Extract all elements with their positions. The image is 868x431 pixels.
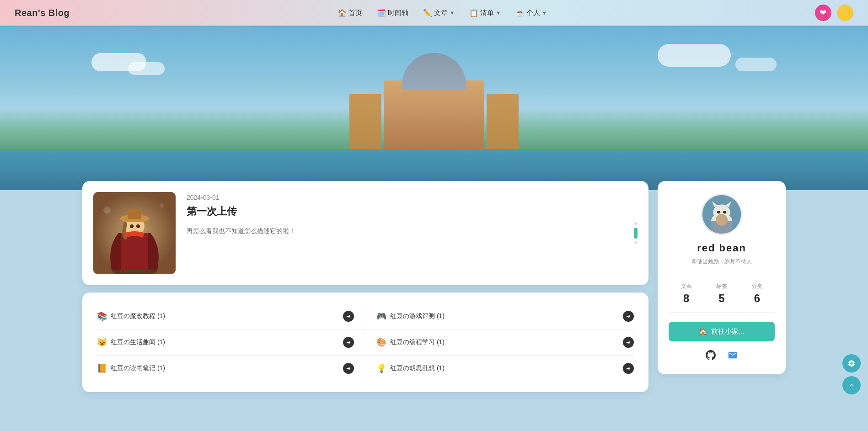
nav-timeline[interactable]: 🗓️ 时间轴 xyxy=(371,6,414,20)
category-label-5: 红豆の胡思乱想 (1) xyxy=(390,364,445,372)
svg-point-8 xyxy=(103,207,111,214)
category-arrow-3[interactable]: ➜ xyxy=(623,337,634,348)
category-label-4: 红豆の读书笔记 (1) xyxy=(111,364,165,372)
category-left-2: 🐱 红豆の生活趣闻 (1) xyxy=(97,337,165,347)
category-item-2[interactable]: 🐱 红豆の生活趣闻 (1) ➜ xyxy=(97,330,365,356)
list-icon: 📋 xyxy=(469,9,478,17)
category-label-2: 红豆の生活趣闻 (1) xyxy=(111,338,165,346)
hero-banner xyxy=(0,26,868,190)
category-item-4[interactable]: 📙 红豆の读书笔记 (1) ➜ xyxy=(97,356,365,381)
category-grid: 📚 红豆の魔改教程 (1) ➜ 🎮 红豆の游戏评测 (1) ➜ 🐱 红 xyxy=(97,303,634,381)
svg-point-6 xyxy=(130,224,134,228)
stat-articles-value: 8 xyxy=(681,292,692,305)
nav-articles[interactable]: ✏️ 文章 ▼ xyxy=(418,6,460,20)
navbar-actions: ❤ 🌙 xyxy=(815,5,853,21)
left-panel: 2024-03-01 第一次上传 再怎么看我也不知道怎么描述它的啦！ 📚 红豆の… xyxy=(82,181,648,392)
profile-motto: 即使当勉励，岁月不待人 xyxy=(669,258,775,266)
category-arrow-2[interactable]: ➜ xyxy=(343,337,354,348)
castle-tower-right xyxy=(487,94,519,154)
articles-icon: ✏️ xyxy=(423,9,432,17)
category-item-3[interactable]: 🎨 红豆の编程学习 (1) ➜ xyxy=(365,330,634,356)
navbar: Rean's Blog 🏠 首页 🗓️ 时间轴 ✏️ 文章 ▼ 📋 清单 ▼ ☕… xyxy=(0,0,868,26)
list-arrow: ▼ xyxy=(496,10,501,16)
category-left-4: 📙 红豆の读书笔记 (1) xyxy=(97,363,165,373)
moon-button[interactable]: 🌙 xyxy=(837,5,853,21)
nav-home[interactable]: 🏠 首页 xyxy=(332,6,368,20)
category-arrow-0[interactable]: ➜ xyxy=(343,311,354,322)
cloud-4 xyxy=(735,58,777,71)
category-icon-5: 💡 xyxy=(376,363,386,373)
stat-articles-label: 文章 xyxy=(681,282,692,290)
scroll-up-button[interactable] xyxy=(842,376,861,394)
category-label-1: 红豆の游戏评测 (1) xyxy=(390,312,445,320)
profile-stats: 文章 8 标签 5 分类 6 xyxy=(669,275,775,313)
svg-point-15 xyxy=(717,211,720,214)
stat-tags-label: 标签 xyxy=(716,282,727,290)
profile-card: red bean 即使当勉励，岁月不待人 文章 8 标签 5 分类 6 🏠 前往 xyxy=(658,181,786,374)
profile-social xyxy=(669,349,775,362)
cloud-2 xyxy=(128,62,165,75)
right-panel: red bean 即使当勉励，岁月不待人 文章 8 标签 5 分类 6 🏠 前往 xyxy=(658,181,786,392)
timeline-icon: 🗓️ xyxy=(377,9,386,17)
slide-dot-1 xyxy=(634,222,637,225)
category-left-5: 💡 红豆の胡思乱想 (1) xyxy=(376,363,445,373)
category-icon-2: 🐱 xyxy=(97,337,107,347)
avatar-image xyxy=(702,194,741,235)
svg-point-16 xyxy=(723,211,726,214)
category-icon-0: 📚 xyxy=(97,311,107,321)
slide-dot-3 xyxy=(634,241,637,244)
slide-indicator xyxy=(634,222,638,244)
home-icon: 🏠 xyxy=(338,9,347,17)
featured-description: 再怎么看我也不知道怎么描述它的啦！ xyxy=(187,226,638,236)
stat-tags: 标签 5 xyxy=(716,282,727,305)
personal-arrow: ▼ xyxy=(542,10,547,16)
nav-home-label: 首页 xyxy=(348,9,362,17)
goto-button[interactable]: 🏠 前往小家... xyxy=(669,322,775,341)
goto-label: 前往小家... xyxy=(711,327,745,336)
email-icon[interactable] xyxy=(726,349,739,362)
category-item-0[interactable]: 📚 红豆の魔改教程 (1) ➜ xyxy=(97,303,365,330)
category-arrow-4[interactable]: ➜ xyxy=(343,363,354,374)
category-label-3: 红豆の编程学习 (1) xyxy=(390,338,445,346)
svg-point-9 xyxy=(160,203,164,208)
stat-tags-value: 5 xyxy=(716,292,727,305)
nav-list[interactable]: 📋 清单 ▼ xyxy=(464,6,506,20)
heart-button[interactable]: ❤ xyxy=(815,5,831,21)
category-card: 📚 红豆の魔改教程 (1) ➜ 🎮 红豆の游戏评测 (1) ➜ 🐱 红 xyxy=(82,293,648,392)
category-item-1[interactable]: 🎮 红豆の游戏评测 (1) ➜ xyxy=(365,303,634,330)
articles-arrow: ▼ xyxy=(450,10,455,16)
profile-name: red bean xyxy=(669,242,775,254)
side-buttons xyxy=(842,354,861,394)
nav-personal[interactable]: ☕ 个人 ▼ xyxy=(510,6,552,20)
settings-button[interactable] xyxy=(842,354,861,372)
category-arrow-1[interactable]: ➜ xyxy=(623,311,634,322)
svg-point-7 xyxy=(136,224,140,228)
slide-dot-2 xyxy=(634,228,638,239)
nav-timeline-label: 时间轴 xyxy=(388,9,408,17)
stat-articles: 文章 8 xyxy=(681,282,692,305)
nav-list-label: 清单 xyxy=(480,9,494,17)
castle-decoration xyxy=(343,53,525,154)
cloud-3 xyxy=(658,44,731,67)
category-icon-1: 🎮 xyxy=(376,311,386,321)
category-label-0: 红豆の魔改教程 (1) xyxy=(111,312,165,320)
category-left-0: 📚 红豆の魔改教程 (1) xyxy=(97,311,165,321)
stat-categories-label: 分类 xyxy=(751,282,762,290)
castle-main-body xyxy=(384,80,484,154)
featured-title: 第一次上传 xyxy=(187,205,638,218)
goto-icon: 🏠 xyxy=(699,328,707,336)
svg-rect-5 xyxy=(128,209,141,219)
category-left-1: 🎮 红豆の游戏评测 (1) xyxy=(376,311,445,321)
avatar xyxy=(701,194,742,235)
category-left-3: 🎨 红豆の编程学习 (1) xyxy=(376,337,445,347)
castle-tower-left xyxy=(349,94,381,154)
category-arrow-5[interactable]: ➜ xyxy=(623,363,634,374)
nav-articles-label: 文章 xyxy=(434,9,448,17)
category-item-5[interactable]: 💡 红豆の胡思乱想 (1) ➜ xyxy=(365,356,634,381)
nav-personal-label: 个人 xyxy=(526,9,540,17)
github-icon[interactable] xyxy=(704,349,717,362)
personal-icon: ☕ xyxy=(515,9,525,17)
featured-article-content: 2024-03-01 第一次上传 再怎么看我也不知道怎么描述它的啦！ xyxy=(187,192,638,236)
category-icon-4: 📙 xyxy=(97,363,107,373)
main-content: 2024-03-01 第一次上传 再怎么看我也不知道怎么描述它的啦！ 📚 红豆の… xyxy=(0,181,868,392)
